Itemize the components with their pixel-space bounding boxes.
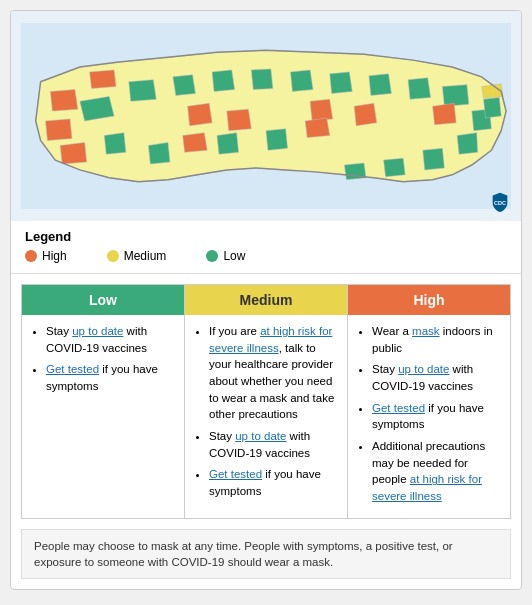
risk-body-medium: If you are at high risk for severe illne… <box>185 315 347 513</box>
legend-item-medium: Medium <box>107 249 167 263</box>
footer-note: People may choose to mask at any time. P… <box>21 529 511 579</box>
high-bullet-4: Additional precautions may be needed for… <box>372 438 500 505</box>
high-bullet-2: Stay up to date with COVID-19 vaccines <box>372 361 500 394</box>
legend-label-low: Low <box>223 249 245 263</box>
page-container: CDC Legend High Medium Low Low <box>10 10 522 590</box>
legend-dot-medium <box>107 250 119 262</box>
medium-link-gettested[interactable]: Get tested <box>209 468 262 480</box>
high-link-gettested[interactable]: Get tested <box>372 402 425 414</box>
legend-section: Legend High Medium Low <box>11 221 521 274</box>
nc-map <box>21 21 511 211</box>
risk-table: Low Stay up to date with COVID-19 vaccin… <box>21 284 511 519</box>
low-link-gettested[interactable]: Get tested <box>46 363 99 375</box>
legend-dot-low <box>206 250 218 262</box>
legend-label-high: High <box>42 249 67 263</box>
legend-item-low: Low <box>206 249 245 263</box>
risk-col-medium: Medium If you are at high risk for sever… <box>185 285 348 518</box>
medium-bullet-3: Get tested if you have symptoms <box>209 466 337 499</box>
high-bullet-1: Wear a mask indoors in public <box>372 323 500 356</box>
high-bullet-3: Get tested if you have symptoms <box>372 400 500 433</box>
medium-link-uptodate[interactable]: up to date <box>235 430 286 442</box>
risk-header-medium: Medium <box>185 285 347 315</box>
cdc-logo: CDC <box>489 191 511 213</box>
map-section: CDC <box>11 11 521 221</box>
risk-body-high: Wear a mask indoors in public Stay up to… <box>348 315 510 518</box>
risk-header-high: High <box>348 285 510 315</box>
legend-item-high: High <box>25 249 67 263</box>
legend-items: High Medium Low <box>25 249 507 263</box>
low-link-uptodate[interactable]: up to date <box>72 325 123 337</box>
svg-text:CDC: CDC <box>494 200 506 206</box>
risk-col-low: Low Stay up to date with COVID-19 vaccin… <box>22 285 185 518</box>
low-bullet-2: Get tested if you have symptoms <box>46 361 174 394</box>
low-bullet-1: Stay up to date with COVID-19 vaccines <box>46 323 174 356</box>
risk-header-low: Low <box>22 285 184 315</box>
legend-label-medium: Medium <box>124 249 167 263</box>
medium-bullet-1: If you are at high risk for severe illne… <box>209 323 337 423</box>
legend-dot-high <box>25 250 37 262</box>
medium-bullet-2: Stay up to date with COVID-19 vaccines <box>209 428 337 461</box>
medium-link-highrisk[interactable]: at high risk for severe illness <box>209 325 332 354</box>
cdc-shield-icon: CDC <box>489 191 511 213</box>
legend-title: Legend <box>25 229 507 244</box>
high-link-mask[interactable]: mask <box>412 325 439 337</box>
footer-text: People may choose to mask at any time. P… <box>34 540 453 568</box>
risk-body-low: Stay up to date with COVID-19 vaccines G… <box>22 315 184 408</box>
high-link-uptodate[interactable]: up to date <box>398 363 449 375</box>
risk-col-high: High Wear a mask indoors in public Stay … <box>348 285 510 518</box>
high-link-highrisk[interactable]: at high risk for severe illness <box>372 473 482 502</box>
